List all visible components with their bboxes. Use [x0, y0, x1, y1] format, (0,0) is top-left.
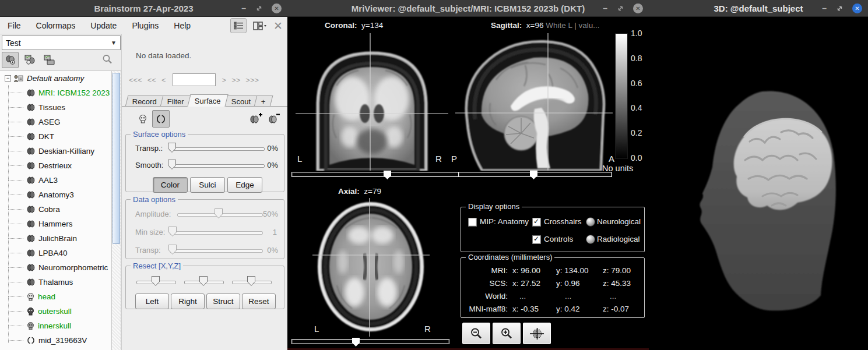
tab-surface[interactable]: Surface	[187, 94, 228, 107]
mriviewer-titlebar[interactable]: MriViewer: @default_subject/MRI: ICBM152…	[287, 0, 649, 17]
tree-row[interactable]: Neuromorphometric	[0, 260, 121, 275]
tree-label[interactable]: mid_319663V	[38, 336, 87, 345]
tree-label[interactable]: Deskian-Killiany	[38, 147, 94, 155]
coronal-slider-thumb[interactable]	[384, 171, 391, 179]
minimize-icon[interactable]: –	[603, 5, 607, 11]
nav-fast-next-button[interactable]: >>	[231, 76, 240, 84]
tree-scrollbar-thumb[interactable]	[113, 73, 120, 244]
tree-label[interactable]: DKT	[38, 132, 54, 141]
tree-row[interactable]: DKT	[0, 129, 121, 144]
tree-row[interactable]: Hammers	[0, 217, 121, 231]
add-surface-button[interactable]	[248, 111, 264, 127]
minimize-icon[interactable]: –	[241, 5, 246, 11]
db-functional-subject-view-icon[interactable]	[22, 52, 38, 68]
remove-surface-button[interactable]	[265, 111, 282, 127]
menu-help[interactable]: Help	[174, 21, 191, 30]
tree-label[interactable]: Hammers	[38, 220, 73, 228]
toggle-head-surface-button[interactable]	[135, 111, 151, 127]
resect-x-slider-thumb[interactable]	[152, 276, 160, 286]
restore-icon[interactable]	[617, 5, 624, 12]
tree-row[interactable]: LPBA40	[0, 246, 121, 260]
controls-checkbox[interactable]	[532, 235, 541, 244]
menu-file[interactable]: File	[8, 21, 21, 30]
tree-label[interactable]: head	[38, 292, 55, 301]
layout-list-icon[interactable]	[230, 18, 247, 33]
db-anatomy-view-icon[interactable]	[2, 52, 19, 68]
tree-row[interactable]: Cobra	[0, 202, 121, 217]
sulci-button[interactable]: Sulci	[190, 177, 225, 193]
smooth-slider[interactable]	[169, 164, 265, 168]
axial-slider-thumb[interactable]	[352, 338, 360, 347]
sagittal-slider-thumb[interactable]	[530, 171, 537, 179]
tree-label[interactable]: Thalamus	[38, 278, 73, 287]
tree-row[interactable]: Tissues	[0, 100, 121, 115]
coronal-slice-view[interactable]	[296, 33, 448, 171]
tree-label[interactable]: innerskull	[38, 321, 71, 330]
toggle-cortex-surface-button[interactable]	[152, 110, 170, 128]
sagittal-slice-view[interactable]	[455, 33, 613, 171]
tree-row[interactable]: Anatomy3	[0, 188, 121, 202]
tree-label[interactable]: LPBA40	[38, 249, 68, 257]
intensity-colorbar[interactable]	[615, 33, 628, 159]
tree-label[interactable]: outerskull	[38, 307, 72, 316]
crosshairs-checkbox[interactable]	[532, 218, 541, 227]
close-icon[interactable]: ✕	[633, 3, 643, 13]
head-3d-view[interactable]	[675, 67, 850, 312]
resect-y-slider-thumb[interactable]	[199, 276, 208, 286]
tree-label[interactable]: Anatomy3	[38, 190, 74, 199]
resect-z-slider-thumb[interactable]	[247, 276, 255, 286]
smooth-slider-thumb[interactable]	[168, 160, 176, 169]
set-crosshair-button[interactable]	[523, 323, 551, 344]
view3d-titlebar[interactable]: 3D: @default_subject – ✕	[649, 0, 868, 17]
nav-last-button[interactable]: >>>	[245, 76, 259, 84]
nav-next-button[interactable]: >	[222, 76, 227, 84]
resect-left-button[interactable]: Left	[135, 294, 169, 309]
window-layout-icon[interactable]	[252, 19, 268, 33]
coronal-slice-slider[interactable]	[291, 171, 460, 177]
tree-row[interactable]: Deskian-Killiany	[0, 144, 121, 158]
tree-scrollbar[interactable]	[111, 71, 121, 350]
resect-reset-button[interactable]: Reset	[242, 294, 276, 309]
zoom-out-button[interactable]	[462, 323, 490, 344]
tree-row[interactable]: MRI: ICBM152 2023	[0, 86, 121, 100]
crosshairs-label[interactable]: Crosshairs	[544, 217, 582, 226]
brainstorm-titlebar[interactable]: Brainstorm 27-Apr-2023 – ✕	[0, 0, 287, 17]
tree-row[interactable]: Thalamus	[0, 275, 121, 289]
controls-label[interactable]: Controls	[544, 235, 573, 243]
nav-first-button[interactable]: <<<	[129, 76, 142, 84]
edge-button[interactable]: Edge	[227, 177, 262, 193]
search-icon[interactable]	[102, 54, 113, 66]
tree-row[interactable]: AAL3	[0, 173, 121, 188]
close-icon[interactable]: ✕	[272, 3, 282, 13]
transparency-slider[interactable]	[169, 147, 265, 151]
radiological-radio[interactable]	[586, 235, 595, 244]
menu-colormaps[interactable]: Colormaps	[36, 21, 76, 30]
tree-row[interactable]: Destrieux	[0, 158, 121, 173]
tree-row[interactable]: head	[0, 289, 121, 304]
dataset-index-input[interactable]	[173, 73, 216, 86]
nav-prev-button[interactable]: <	[161, 76, 166, 84]
tree-label[interactable]: Destrieux	[38, 161, 72, 170]
collapse-icon[interactable]: −	[5, 75, 11, 82]
tree-row[interactable]: ASEG	[0, 115, 121, 129]
nav-fast-prev-button[interactable]: <<	[147, 76, 156, 84]
axial-slice-slider[interactable]	[291, 338, 449, 344]
neurological-radio[interactable]	[586, 217, 595, 227]
axial-slice-view[interactable]	[312, 198, 430, 337]
tree-row[interactable]: mid_319663V	[0, 333, 121, 348]
resect-struct-button[interactable]: Struct	[206, 294, 240, 309]
menu-update[interactable]: Update	[90, 21, 117, 30]
db-functional-folder-view-icon[interactable]	[41, 52, 57, 68]
color-button[interactable]: Color	[153, 177, 188, 193]
mip-checkbox[interactable]	[468, 218, 477, 227]
menu-plugins[interactable]: Plugins	[132, 21, 159, 30]
tree-label[interactable]: JulichBrain	[38, 234, 77, 243]
tab-scout[interactable]: Scout	[224, 96, 258, 107]
tree-label[interactable]: Cobra	[38, 205, 60, 214]
tab-record[interactable]: Record	[125, 96, 164, 107]
resect-right-button[interactable]: Right	[171, 294, 205, 309]
tree-label[interactable]: ASEG	[38, 118, 61, 126]
tree-row[interactable]: JulichBrain	[0, 231, 121, 246]
tree-label[interactable]: Tissues	[38, 103, 65, 112]
close-all-figures-icon[interactable]: ✕	[273, 19, 283, 33]
